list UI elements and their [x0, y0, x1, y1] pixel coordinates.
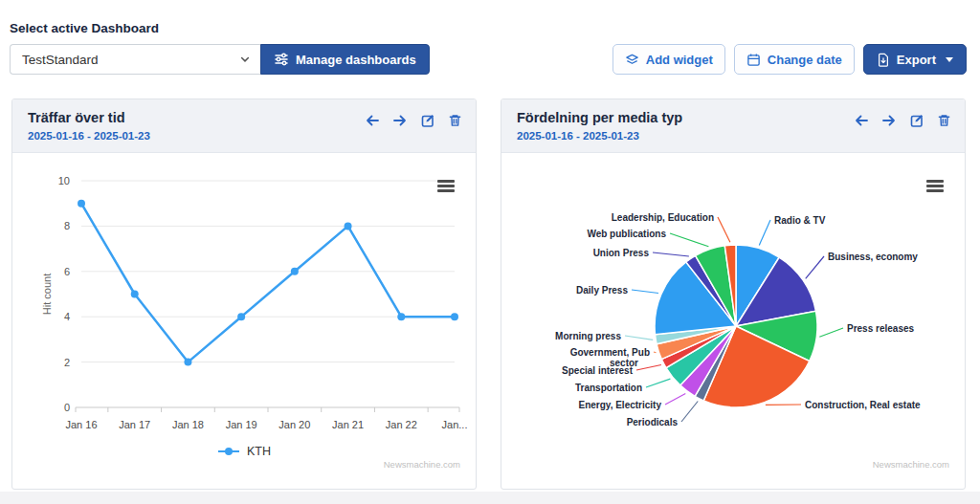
widget-actions	[365, 113, 462, 128]
svg-text:Jan 17: Jan 17	[119, 419, 150, 430]
line-chart: 0246810Jan 16Jan 17Jan 18Jan 19Jan 20Jan…	[12, 153, 478, 440]
legend-item-kth[interactable]: KTH	[12, 445, 476, 458]
prev-widget-button[interactable]	[854, 113, 869, 128]
manage-dashboards-button[interactable]: Manage dashboards	[260, 44, 430, 75]
add-widget-button[interactable]: Add widget	[612, 44, 725, 75]
select-dashboard-label: Select active Dashboard	[10, 21, 159, 35]
svg-text:Jan 21: Jan 21	[332, 419, 364, 430]
svg-text:Transportation: Transportation	[575, 383, 642, 393]
svg-text:2: 2	[64, 357, 70, 368]
svg-text:sector: sector	[610, 358, 638, 368]
svg-text:Jan 22: Jan 22	[386, 419, 417, 430]
svg-text:Morning press: Morning press	[555, 331, 621, 341]
change-date-button[interactable]: Change date	[734, 44, 855, 75]
pie-chart: Radio & TVBusiness, economyPress release…	[501, 153, 967, 478]
svg-text:Construction, Real estate: Construction, Real estate	[805, 400, 921, 410]
widget-date-range[interactable]: 2025-01-16 - 2025-01-23	[28, 130, 460, 142]
svg-text:Union Press: Union Press	[593, 248, 650, 258]
edit-widget-button[interactable]	[909, 113, 924, 128]
edit-widget-button[interactable]	[420, 113, 435, 128]
toolbar-buttons: Add widget Change date Export	[612, 44, 967, 75]
export-label: Export	[897, 53, 936, 67]
svg-text:Jan 16: Jan 16	[65, 419, 97, 430]
newsmachine-credit[interactable]: Newsmachine.com	[384, 459, 460, 470]
widget-header: Fördelning per media typ 2025-01-16 - 20…	[501, 99, 965, 153]
add-widget-label: Add widget	[646, 53, 713, 67]
manage-dashboards-label: Manage dashboards	[296, 53, 416, 67]
svg-text:Business, economy: Business, economy	[828, 252, 918, 262]
svg-text:0: 0	[64, 402, 70, 413]
legend-marker-icon	[217, 447, 240, 456]
prev-widget-button[interactable]	[365, 113, 380, 128]
widget-card-hits-over-time: Träffar över tid 2025-01-16 - 2025-01-23…	[11, 99, 477, 490]
export-button[interactable]: Export	[863, 44, 967, 75]
svg-text:Radio & TV: Radio & TV	[774, 215, 826, 226]
line-chart-area: 0246810Jan 16Jan 17Jan 18Jan 19Jan 20Jan…	[12, 153, 476, 489]
sliders-icon	[274, 52, 289, 67]
svg-text:Hit count: Hit count	[41, 274, 53, 315]
svg-text:4: 4	[64, 311, 70, 322]
svg-text:Government, Pub: Government, Pub	[570, 347, 650, 358]
chart-menu-button[interactable]	[926, 180, 944, 194]
pie-chart-area: Radio & TVBusiness, economyPress release…	[501, 153, 965, 489]
widget-header: Träffar över tid 2025-01-16 - 2025-01-23	[12, 99, 476, 153]
caret-down-icon	[946, 57, 953, 62]
dashboard-select-value: TestStandard	[22, 53, 99, 67]
next-widget-button[interactable]	[881, 113, 897, 128]
delete-widget-button[interactable]	[448, 113, 462, 128]
svg-text:Jan...: Jan...	[442, 419, 468, 430]
chart-menu-button[interactable]	[437, 180, 455, 194]
svg-text:Web publications: Web publications	[587, 229, 666, 239]
svg-text:8: 8	[64, 220, 70, 231]
legend-label: KTH	[247, 445, 271, 458]
svg-text:Periodicals: Periodicals	[627, 417, 679, 427]
layers-icon	[625, 53, 639, 67]
svg-text:Leadership, Education: Leadership, Education	[612, 212, 714, 223]
widget-actions	[854, 113, 951, 128]
svg-text:Press releases: Press releases	[847, 323, 915, 334]
svg-text:6: 6	[64, 266, 70, 277]
svg-text:10: 10	[58, 175, 70, 186]
next-widget-button[interactable]	[392, 113, 408, 128]
calendar-icon	[746, 53, 761, 67]
dashboard-select-group: TestStandard Manage dashboards	[10, 44, 430, 75]
chevron-down-icon	[239, 54, 251, 65]
dashboard-select[interactable]: TestStandard	[10, 44, 260, 75]
file-export-icon	[877, 53, 890, 67]
widget-card-media-type-distribution: Fördelning per media typ 2025-01-16 - 20…	[501, 99, 966, 490]
change-date-label: Change date	[768, 53, 842, 67]
svg-text:Jan 20: Jan 20	[278, 419, 310, 430]
widget-date-range[interactable]: 2025-01-16 - 2025-01-23	[517, 130, 949, 142]
delete-widget-button[interactable]	[937, 113, 951, 128]
newsmachine-credit[interactable]: Newsmachine.com	[873, 459, 949, 470]
svg-text:Daily Press: Daily Press	[576, 285, 628, 296]
svg-text:Jan 19: Jan 19	[226, 419, 257, 430]
svg-text:Energy, Electricity: Energy, Electricity	[578, 400, 661, 410]
svg-text:Jan 18: Jan 18	[172, 419, 204, 430]
page-bottom-strip	[0, 492, 980, 504]
